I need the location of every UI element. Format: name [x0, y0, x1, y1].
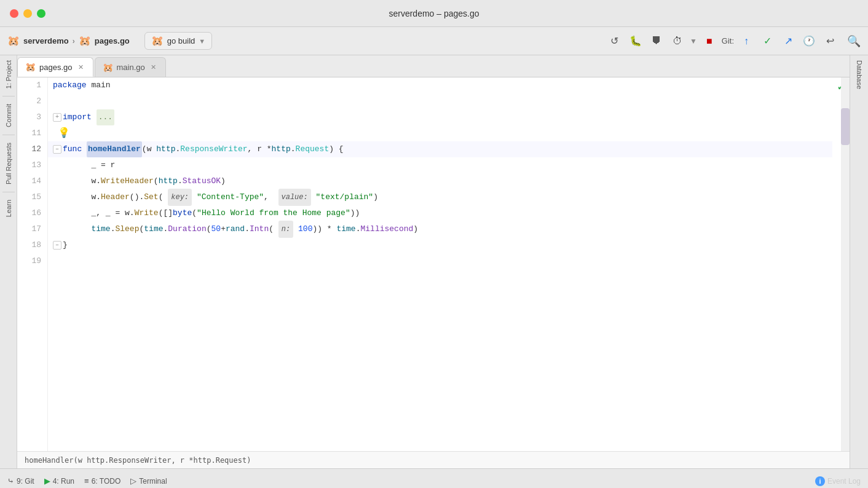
toolbar: 🐹 serverdemo › 🐹 pages.go 🐹 go build ▼ ↺…: [0, 27, 868, 55]
profile-icon[interactable]: ⏱: [669, 33, 686, 50]
window-title: serverdemo – pages.go: [389, 9, 479, 18]
git-item-label: 9: Git: [17, 477, 34, 486]
close-button[interactable]: [10, 9, 18, 18]
breadcrumb-function: homeHandler(w http.ResponseWriter, r *ht…: [25, 456, 251, 465]
code-line-11: 💡: [48, 125, 832, 141]
lightbulb-icon[interactable]: 💡: [58, 125, 70, 141]
bottom-terminal-item[interactable]: ▷ Terminal: [130, 476, 167, 486]
tab-icon-pages: 🐹: [25, 62, 36, 72]
fold-func-icon[interactable]: –: [53, 145, 61, 154]
tab-close-main[interactable]: ✕: [149, 63, 158, 72]
tab-close-pages[interactable]: ✕: [76, 63, 85, 72]
editor-breadcrumb: homeHandler(w http.ResponseWriter, r *ht…: [17, 451, 850, 468]
code-line-2: [48, 93, 832, 109]
line-num-2: 2: [36, 93, 41, 109]
git-revert-icon[interactable]: ↩: [821, 33, 838, 50]
event-log-badge: i: [815, 476, 825, 486]
terminal-panel-icon: ▷: [130, 476, 136, 486]
git-history-icon[interactable]: 🕐: [800, 33, 818, 50]
code-line-13: _ = r: [48, 157, 832, 173]
right-sidebar: Database: [850, 55, 868, 468]
param-hint-key: key:: [168, 189, 192, 206]
sidebar-item-commit[interactable]: Commit: [5, 99, 12, 132]
tab-bar: 🐹 pages.go ✕ 🐹 main.go ✕: [17, 55, 850, 77]
param-hint-value: value:: [278, 189, 311, 206]
title-bar: serverdemo – pages.go: [0, 0, 868, 27]
scrollbar-track[interactable]: [841, 77, 850, 451]
event-log-label: Event Log: [827, 477, 861, 486]
left-sidebar: 1: Project Commit Pull Requests Learn: [0, 55, 17, 468]
code-line-17: time.Sleep(time.Duration(50+rand.Intn( n…: [48, 221, 832, 237]
tab-main-go[interactable]: 🐹 main.go ✕: [95, 57, 166, 77]
git-panel-icon: ⤷: [7, 476, 14, 486]
todo-panel-icon: ≡: [84, 476, 89, 486]
right-gutter: ✓: [832, 77, 850, 451]
dropdown-arrow-icon: ▼: [199, 37, 205, 45]
line-num-12: 12: [31, 141, 41, 157]
fold-import-icon[interactable]: +: [53, 113, 61, 122]
project-label: serverdemo: [23, 36, 69, 45]
run-panel-icon: ▶: [44, 476, 50, 486]
bottom-git-item[interactable]: ⤷ 9: Git: [7, 476, 34, 486]
line-num-16: 16: [31, 205, 41, 221]
code-line-12: –func homeHandler(w http.ResponseWriter,…: [48, 141, 832, 157]
todo-item-label: 6: TODO: [92, 477, 121, 486]
tab-icon-main: 🐹: [103, 63, 113, 73]
line-num-15: 15: [31, 189, 41, 205]
line-num-11: 11: [31, 125, 41, 141]
run-config-label: go build: [167, 36, 195, 45]
line-num-19: 19: [31, 253, 41, 269]
line-num-14: 14: [31, 173, 41, 189]
line-num-18: 18: [31, 237, 41, 253]
sidebar-item-database[interactable]: Database: [856, 60, 863, 89]
git-pull-icon[interactable]: ↗: [779, 33, 797, 50]
file-label: pages.go: [95, 36, 130, 45]
code-line-15: w.Header().Set( key: "Content-Type", val…: [48, 189, 832, 205]
bottom-run-item[interactable]: ▶ 4: Run: [44, 476, 74, 486]
coverage-icon[interactable]: ⛊: [648, 33, 665, 50]
bottom-todo-item[interactable]: ≡ 6: TODO: [84, 476, 120, 486]
traffic-lights: [10, 9, 45, 18]
git-push-icon[interactable]: ↑: [738, 33, 755, 50]
line-num-13: 13: [31, 157, 41, 173]
editor-area: 1 2 3 11 12 13 14 15 16 17 18 19 package…: [17, 77, 850, 451]
tab-label-main: main.go: [117, 63, 145, 72]
run-config-button[interactable]: 🐹 go build ▼: [144, 32, 212, 50]
bottom-bar: ⤷ 9: Git ▶ 4: Run ≡ 6: TODO ▷ Terminal i…: [0, 468, 868, 488]
breadcrumb: 🐹 serverdemo › 🐹 pages.go: [7, 35, 130, 47]
code-line-14: w.WriteHeader(http.StatusOK): [48, 173, 832, 189]
search-icon[interactable]: 🔍: [847, 34, 861, 48]
debug-icon[interactable]: 🐛: [627, 33, 644, 50]
line-num-1: 1: [36, 77, 41, 93]
stop-icon[interactable]: ■: [701, 33, 718, 50]
line-numbers: 1 2 3 11 12 13 14 15 16 17 18 19: [17, 77, 48, 451]
param-hint-n: n:: [278, 221, 293, 238]
code-editor[interactable]: package main +import ... 💡 –func homeHan…: [48, 77, 832, 451]
git-label: Git:: [722, 36, 734, 45]
rerun-icon[interactable]: ↺: [606, 33, 623, 50]
code-line-3: +import ...: [48, 109, 832, 125]
toolbar-actions: ↺ 🐛 ⛊ ⏱ ▼ ■ Git: ↑ ✓ ↗ 🕐 ↩ 🔍: [606, 33, 861, 50]
event-log-button[interactable]: i Event Log: [815, 476, 861, 486]
breadcrumb-separator: ›: [73, 37, 75, 45]
terminal-item-label: Terminal: [139, 477, 167, 486]
code-line-16: _, _ = w.Write([]byte("Hello World from …: [48, 205, 832, 221]
run-item-label: 4: Run: [53, 477, 74, 486]
sidebar-item-project[interactable]: 1: Project: [5, 55, 12, 93]
code-line-18: –}: [48, 237, 832, 253]
minimize-button[interactable]: [23, 9, 32, 18]
sidebar-item-pull-requests[interactable]: Pull Requests: [5, 138, 12, 189]
tab-pages-go[interactable]: 🐹 pages.go ✕: [17, 57, 93, 77]
sidebar-item-learn[interactable]: Learn: [5, 195, 12, 222]
maximize-button[interactable]: [37, 9, 45, 18]
git-check-icon[interactable]: ✓: [759, 33, 776, 50]
fold-close-icon[interactable]: –: [53, 241, 61, 250]
line-num-3: 3: [36, 109, 41, 125]
code-line-1: package main: [48, 77, 832, 93]
line-num-17: 17: [31, 221, 41, 237]
code-line-19: [48, 253, 832, 269]
scrollbar-thumb[interactable]: [841, 108, 850, 145]
tab-label-pages: pages.go: [39, 63, 73, 72]
